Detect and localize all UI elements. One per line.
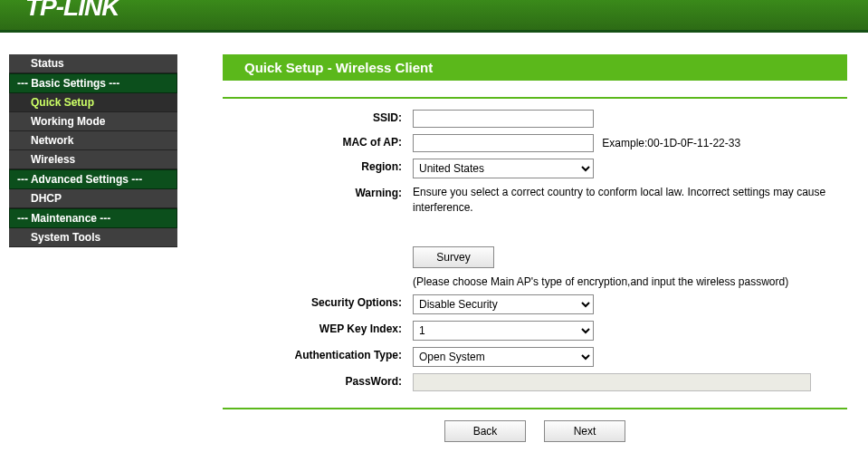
divider-bottom — [223, 408, 847, 409]
mac-input[interactable] — [413, 134, 594, 152]
sidebar: Status --- Basic Settings --- Quick Setu… — [9, 54, 177, 442]
survey-note: (Please choose Main AP's type of encrypt… — [413, 275, 847, 288]
sidebar-item-quick-setup[interactable]: Quick Setup — [9, 93, 177, 112]
auth-select[interactable]: Open System — [413, 347, 594, 367]
ssid-input[interactable] — [413, 110, 594, 128]
auth-label: Authentication Type: — [223, 347, 413, 361]
password-label: PassWord: — [223, 373, 413, 388]
mac-label: MAC of AP: — [223, 134, 413, 149]
next-button[interactable]: Next — [544, 420, 625, 442]
warning-label: Warning: — [223, 185, 413, 199]
header-banner: TP-LINK — [0, 0, 868, 33]
sidebar-item-dhcp[interactable]: DHCP — [9, 189, 177, 208]
sidebar-item-system-tools[interactable]: System Tools — [9, 228, 177, 247]
wep-label: WEP Key Index: — [223, 321, 413, 335]
ssid-label: SSID: — [223, 110, 413, 124]
warning-text: Ensure you select a correct country to c… — [413, 185, 847, 216]
wep-select[interactable]: 1 — [413, 321, 594, 341]
sidebar-item-wireless[interactable]: Wireless — [9, 150, 177, 169]
sidebar-header-maintenance: --- Maintenance --- — [9, 208, 177, 228]
security-label: Security Options: — [223, 294, 413, 309]
content-panel: Quick Setup - Wireless Client SSID: MAC … — [177, 54, 865, 442]
page-title: Quick Setup - Wireless Client — [223, 54, 847, 81]
sidebar-header-basic: --- Basic Settings --- — [9, 73, 177, 93]
mac-example: Example:00-1D-0F-11-22-33 — [602, 137, 740, 149]
back-button[interactable]: Back — [444, 420, 526, 442]
password-input — [413, 373, 811, 391]
region-label: Region: — [223, 159, 413, 173]
sidebar-item-status[interactable]: Status — [9, 54, 177, 73]
sidebar-item-network[interactable]: Network — [9, 131, 177, 150]
sidebar-item-working-mode[interactable]: Working Mode — [9, 112, 177, 131]
region-select[interactable]: United States — [413, 159, 594, 178]
brand-logo: TP-LINK — [0, 0, 868, 22]
security-select[interactable]: Disable Security — [413, 294, 594, 314]
survey-button[interactable]: Survey — [413, 246, 494, 268]
divider-top — [223, 97, 847, 99]
sidebar-header-advanced: --- Advanced Settings --- — [9, 169, 177, 189]
